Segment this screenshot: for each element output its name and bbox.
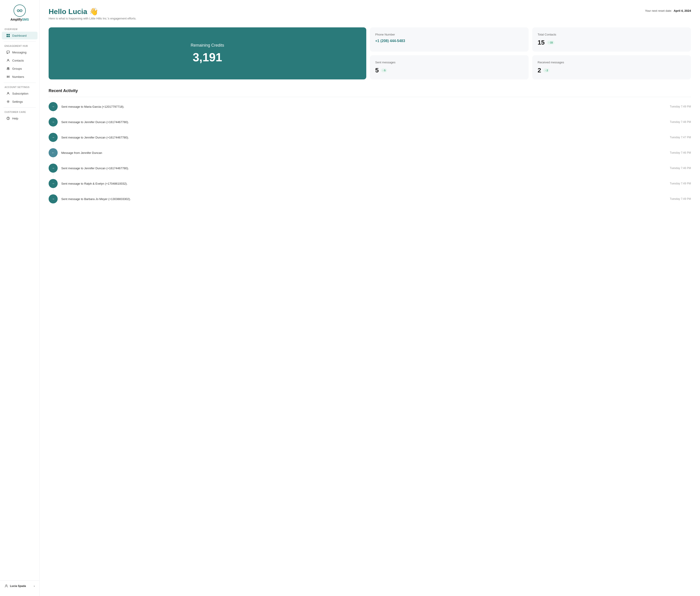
credits-value: 3,191: [192, 50, 222, 64]
sidebar-item-help[interactable]: Help: [2, 115, 37, 122]
gear-icon: [6, 100, 10, 103]
logo: AmplifySMS: [0, 4, 40, 27]
activity-text: Message from Jennifer Duncan: [61, 151, 666, 154]
sidebar: AmplifySMS Overview Dashboard Engagement…: [0, 0, 40, 596]
svg-rect-5: [8, 34, 10, 35]
sidebar-item-settings[interactable]: Settings: [2, 98, 37, 105]
activity-icon-sent: →: [49, 164, 58, 173]
sent-number: 5: [375, 67, 379, 74]
svg-rect-4: [6, 34, 8, 35]
person-icon: [6, 58, 10, 62]
svg-point-11: [8, 68, 9, 68]
received-number: 2: [538, 67, 541, 74]
sidebar-item-label-contacts: Contacts: [12, 59, 24, 62]
contacts-number: 15: [538, 39, 545, 46]
svg-point-19: [8, 119, 8, 119]
activity-time: Tuesday 7:47 PM: [670, 136, 691, 139]
activity-text: Sent message to Maria Garcia (+120177977…: [61, 105, 666, 108]
activity-time: Tuesday 7:49 PM: [670, 105, 691, 108]
sidebar-item-subscription[interactable]: Subscription: [2, 90, 37, 97]
reset-date: Your next reset date: April 4, 2024: [645, 9, 691, 13]
sent-badge: 5: [381, 68, 387, 72]
activity-time: Tuesday 7:46 PM: [670, 151, 691, 154]
activity-item: → Sent message to Maria Garcia (+1201779…: [49, 99, 691, 114]
activity-item: ← Message from Jennifer Duncan Tuesday 7…: [49, 145, 691, 160]
svg-rect-8: [7, 51, 9, 53]
activity-item: → Sent message to Jennifer Duncan (+1617…: [49, 114, 691, 130]
received-value-row: 2 2: [538, 67, 685, 74]
svg-point-3: [21, 10, 22, 11]
logo-icon: [14, 4, 26, 17]
sidebar-divider-2: [4, 82, 36, 83]
received-card: Received messages 2 2: [532, 55, 691, 79]
activity-icon-sent: →: [49, 179, 58, 188]
activity-text: Sent message to Jennifer Duncan (+161744…: [61, 136, 666, 139]
section-label-care: Customer Care: [0, 109, 40, 114]
sidebar-item-label-help: Help: [12, 117, 18, 120]
message-icon: [6, 50, 10, 54]
phone-title: Phone Number: [375, 33, 523, 36]
group-icon: [6, 67, 10, 70]
sent-title: Sent messages: [375, 60, 523, 64]
activity-list: → Sent message to Maria Garcia (+1201779…: [49, 99, 691, 206]
activity-icon-sent: →: [49, 194, 58, 203]
page-header: Hello Lucia 👋 Here is what is happening …: [49, 7, 691, 20]
activity-icon-sent: →: [49, 118, 58, 126]
sent-card: Sent messages 5 5: [370, 55, 528, 79]
sidebar-item-numbers[interactable]: Numbers: [2, 73, 37, 80]
activity-text: Sent message to Jennifer Duncan (+161744…: [61, 167, 666, 170]
main-content: Hello Lucia 👋 Here is what is happening …: [40, 0, 700, 596]
reset-date-value: April 4, 2024: [674, 9, 691, 13]
activity-item: → Sent message to Jennifer Duncan (+1617…: [49, 130, 691, 145]
user-icon: [6, 92, 10, 95]
section-label-engagement: Engagement Hub: [0, 44, 40, 48]
sidebar-item-contacts[interactable]: Contacts: [2, 56, 37, 64]
activity-icon-sent: →: [49, 102, 58, 111]
user-name: Lucia Spada: [10, 585, 32, 588]
section-label-account: Account Settings: [0, 84, 40, 90]
greeting-text: Hello Lucia 👋: [49, 7, 136, 16]
received-title: Received messages: [538, 60, 685, 64]
recent-activity-title: Recent Activity: [49, 89, 691, 93]
contacts-badge: 15: [547, 41, 554, 45]
sidebar-item-messaging[interactable]: Messaging: [2, 48, 37, 56]
sidebar-divider-3: [4, 107, 36, 108]
contacts-title: Total Contacts: [538, 33, 685, 36]
stats-grid: Remaining Credits 3,191 Phone Number +1 …: [49, 27, 691, 79]
phone-card: Phone Number +1 (208) 444-5483: [370, 27, 528, 52]
recent-activity-section: Recent Activity → Sent message to Maria …: [49, 89, 691, 206]
svg-point-2: [18, 10, 19, 11]
activity-item: → Sent message to Barbara Jo Meyer (+130…: [49, 191, 691, 206]
activity-text: Sent message to Barbara Jo Meyer (+13038…: [61, 197, 666, 201]
credits-card: Remaining Credits 3,191: [49, 27, 366, 79]
received-badge: 2: [543, 68, 549, 72]
contacts-card: Total Contacts 15 15: [532, 27, 691, 52]
contacts-value-row: 15 15: [538, 39, 685, 46]
sent-value-row: 5 5: [375, 67, 523, 74]
activity-item: → Sent message to Jennifer Duncan (+1617…: [49, 160, 691, 176]
phone-value: +1 (208) 444-5483: [375, 39, 523, 43]
activity-icon-sent: →: [49, 133, 58, 142]
user-avatar-icon: [4, 584, 8, 588]
chevron-down-icon: ▾: [34, 585, 35, 588]
svg-rect-7: [8, 36, 10, 37]
header-left: Hello Lucia 👋 Here is what is happening …: [49, 7, 136, 20]
logo-text: AmplifySMS: [10, 18, 29, 21]
activity-time: Tuesday 7:49 PM: [670, 197, 691, 200]
svg-point-17: [8, 101, 8, 102]
svg-rect-6: [6, 36, 8, 37]
sidebar-item-label-settings: Settings: [12, 100, 23, 103]
subtitle-text: Here is what is happening with Little Hi…: [49, 17, 136, 20]
sidebar-item-label-dashboard: Dashboard: [12, 34, 27, 38]
hash-icon: [6, 75, 10, 78]
sidebar-item-label-numbers: Numbers: [12, 75, 24, 78]
activity-item: → Sent message to Ralph & Evelyn (+17048…: [49, 176, 691, 191]
activity-time: Tuesday 7:49 PM: [670, 182, 691, 185]
sidebar-item-dashboard[interactable]: Dashboard: [2, 32, 37, 40]
user-footer[interactable]: Lucia Spada ▾: [0, 580, 40, 592]
sidebar-item-label-groups: Groups: [12, 67, 22, 70]
section-label-overview: Overview: [0, 27, 40, 31]
sidebar-item-groups[interactable]: Groups: [2, 65, 37, 72]
grid-icon: [6, 34, 10, 38]
activity-text: Sent message to Jennifer Duncan (+161744…: [61, 120, 666, 124]
